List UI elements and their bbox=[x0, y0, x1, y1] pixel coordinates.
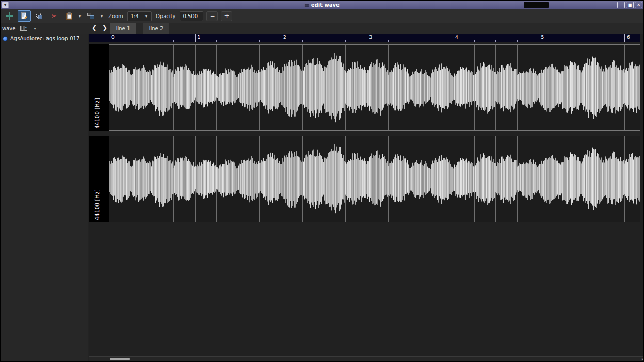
ruler-tick-label: 2 bbox=[283, 35, 286, 40]
ruler-minor-tick bbox=[603, 40, 603, 42]
select-tool-icon bbox=[35, 12, 43, 20]
channel-0-samplerate-label: 44100 [Hz] bbox=[94, 98, 100, 129]
opacity-field[interactable]: 0.500 bbox=[180, 11, 203, 21]
ruler-major-tick bbox=[281, 34, 281, 42]
channel-1-label-strip: 44100 [Hz] bbox=[89, 136, 109, 222]
ruler-major-tick bbox=[453, 34, 453, 42]
position-tool-button[interactable] bbox=[3, 10, 16, 22]
tab-line-1[interactable]: line 1 bbox=[110, 23, 136, 34]
paste-button[interactable] bbox=[62, 10, 76, 22]
ruler-minor-tick bbox=[410, 40, 410, 42]
tool-popup-button[interactable] bbox=[84, 10, 98, 22]
ruler-minor-tick bbox=[216, 40, 217, 42]
opacity-label: Opacity bbox=[156, 13, 175, 19]
ruler-minor-tick bbox=[474, 40, 475, 42]
ruler-tick-label: 5 bbox=[541, 35, 544, 40]
paste-icon bbox=[65, 12, 73, 20]
ruler-minor-tick bbox=[302, 40, 303, 42]
nav-back-button[interactable]: ❮ bbox=[90, 24, 99, 31]
cut-button[interactable]: ✂ bbox=[47, 10, 61, 22]
timeline-ruler[interactable]: 0123456 bbox=[89, 34, 640, 42]
ruler-minor-tick bbox=[431, 40, 431, 42]
opacity-value: 0.500 bbox=[183, 13, 198, 19]
zoom-dropdown-icon: ▾ bbox=[143, 14, 149, 19]
ruler-tick-label: 6 bbox=[627, 35, 630, 40]
ruler-minor-tick bbox=[388, 40, 389, 42]
ruler-minor-tick bbox=[517, 40, 518, 42]
edit-tool-icon bbox=[20, 12, 28, 20]
opacity-increment-button[interactable]: + bbox=[221, 11, 232, 21]
ruler-tick-label: 3 bbox=[369, 35, 373, 40]
zoom-combobox[interactable]: 1:4 ▾ bbox=[127, 11, 152, 21]
ruler-major-tick bbox=[109, 34, 109, 42]
ruler-major-tick bbox=[367, 34, 367, 42]
maximize-button[interactable]: ■ bbox=[626, 2, 634, 8]
paste-dropdown-icon[interactable]: ▾ bbox=[77, 14, 83, 19]
wave-selector-controls: wave ▾ bbox=[2, 24, 37, 32]
cut-icon: ✂ bbox=[52, 12, 57, 20]
horizontal-scrollbar[interactable]: ▸ bbox=[89, 356, 644, 361]
machine-radio-label: AgsAudiorec: ags-loop-017 bbox=[10, 36, 79, 41]
ruler-minor-tick bbox=[560, 40, 560, 42]
scroll-right-arrow-icon[interactable]: ▸ bbox=[642, 357, 644, 361]
wave-label: wave bbox=[2, 26, 15, 31]
ruler-tick-label: 4 bbox=[455, 35, 458, 40]
ruler-minor-tick bbox=[173, 40, 174, 42]
machine-selector-dropdown-icon[interactable]: ▾ bbox=[32, 26, 37, 31]
channel-0-label-strip: 44100 [Hz] bbox=[89, 44, 109, 131]
titlebar[interactable]: ▾ ▦ edit wave ─ ■ ✕ bbox=[1, 1, 643, 9]
opacity-decrement-button[interactable]: − bbox=[206, 11, 218, 21]
ruler-major-tick bbox=[539, 34, 539, 42]
tab-line-2[interactable]: line 2 bbox=[143, 23, 169, 34]
edit-toolbar: ✂ ▾ ▾ Zoom 1:4 ▾ Opacity 0.500 − + bbox=[1, 9, 643, 23]
ruler-major-tick bbox=[195, 34, 196, 42]
scrollbar-thumb[interactable] bbox=[110, 358, 130, 360]
radio-selected-icon[interactable] bbox=[3, 36, 8, 41]
zoom-value: 1:4 bbox=[131, 13, 139, 19]
ruler-minor-tick bbox=[495, 40, 496, 42]
ruler-tick-label: 0 bbox=[111, 35, 115, 40]
machine-sidebar: AgsAudiorec: ags-loop-017 bbox=[1, 34, 88, 361]
ruler-tick-label: 1 bbox=[198, 35, 201, 40]
waveform-canvas-0[interactable] bbox=[109, 44, 640, 131]
edit-wave-window: ▾ ▦ edit wave ─ ■ ✕ bbox=[0, 0, 644, 362]
nav-forward-button[interactable]: ❯ bbox=[101, 24, 109, 31]
window-icon: ▦ bbox=[304, 3, 309, 8]
channel-1-samplerate-label: 44100 [Hz] bbox=[94, 189, 100, 220]
ruler-minor-tick bbox=[238, 40, 238, 42]
titlebar-dark-patch bbox=[524, 2, 549, 8]
window-title: edit wave bbox=[311, 2, 340, 8]
line-tabs: line 1 line 2 bbox=[110, 23, 169, 34]
ruler-minor-tick bbox=[324, 40, 324, 42]
tool-popup-icon bbox=[87, 12, 95, 20]
waveform-canvas-1[interactable] bbox=[109, 136, 640, 222]
edit-tool-button[interactable] bbox=[18, 10, 31, 22]
position-tool-icon bbox=[5, 12, 13, 20]
ruler-minor-tick bbox=[259, 40, 260, 42]
select-tool-button[interactable] bbox=[33, 10, 46, 22]
machine-selector-icon[interactable] bbox=[20, 24, 28, 32]
machine-radio-item[interactable]: AgsAudiorec: ags-loop-017 bbox=[1, 34, 88, 43]
ruler-scale: 0123456 bbox=[109, 34, 640, 42]
ruler-minor-tick bbox=[582, 40, 582, 42]
tool-popup-dropdown-icon[interactable]: ▾ bbox=[99, 14, 104, 19]
zoom-label: Zoom bbox=[108, 13, 123, 19]
ruler-minor-tick bbox=[152, 40, 152, 42]
window-controls: ─ ■ ✕ bbox=[617, 2, 642, 8]
ruler-major-tick bbox=[624, 34, 625, 42]
minimize-button[interactable]: ─ bbox=[617, 2, 625, 8]
close-button[interactable]: ✕ bbox=[635, 2, 642, 8]
ruler-minor-tick bbox=[131, 40, 131, 42]
ruler-minor-tick bbox=[345, 40, 346, 42]
